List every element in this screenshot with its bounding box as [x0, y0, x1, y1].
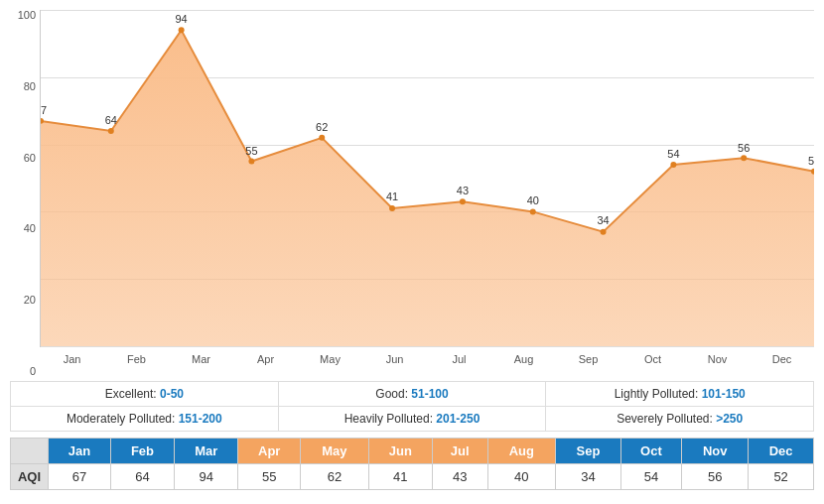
dp-label-oct: 54 [667, 148, 679, 160]
x-label-mar: Mar [169, 347, 233, 377]
val-mar: 94 [175, 464, 238, 490]
dp-label-feb: 64 [105, 114, 117, 126]
x-axis: Jan Feb Mar Apr May Jun Jul Aug Sep Oct … [40, 347, 814, 377]
dp-label-jun: 41 [386, 190, 398, 202]
x-label-aug: Aug [491, 347, 556, 377]
dp-label-dec: 52 [808, 155, 814, 167]
th-jan: Jan [49, 439, 111, 464]
chart-container: 100 80 60 40 20 0 [0, 0, 824, 490]
y-label-60: 60 [24, 153, 36, 164]
dot-apr [248, 159, 254, 165]
dp-label-apr: 55 [245, 145, 257, 157]
legend-excellent: Excellent: 0-50 [11, 382, 279, 406]
x-label-may: May [298, 347, 362, 377]
th-jul: Jul [432, 439, 487, 464]
dot-nov [741, 155, 747, 161]
x-label-jun: Jun [362, 347, 427, 377]
chart-area: 100 80 60 40 20 0 [10, 10, 814, 377]
x-label-oct: Oct [620, 347, 685, 377]
dot-feb [108, 128, 114, 134]
legend-heavily: Heavily Polluted: 201-250 [279, 407, 547, 431]
x-label-apr: Apr [233, 347, 298, 377]
data-table: Jan Feb Mar Apr May Jun Jul Aug Sep Oct … [10, 438, 814, 490]
table-data-row: AQI 67 64 94 55 62 41 43 40 34 54 56 52 [11, 464, 814, 490]
dot-aug [530, 208, 536, 214]
y-axis: 100 80 60 40 20 0 [10, 10, 40, 377]
dp-label-may: 62 [316, 121, 328, 133]
legend-row-1: Excellent: 0-50 Good: 51-100 Lightly Pol… [11, 382, 813, 407]
th-nov: Nov [682, 439, 749, 464]
dot-may [319, 135, 325, 141]
val-may: 62 [301, 464, 369, 490]
th-aug: Aug [487, 439, 556, 464]
area-chart-svg: 67 64 94 55 62 41 43 40 34 54 56 52 [41, 10, 814, 346]
th-apr: Apr [238, 439, 301, 464]
y-label-40: 40 [24, 223, 36, 234]
legend-lightly: Lightly Polluted: 101-150 [546, 382, 813, 406]
legend-area: Excellent: 0-50 Good: 51-100 Lightly Pol… [10, 381, 814, 432]
val-apr: 55 [238, 464, 301, 490]
th-sep: Sep [556, 439, 621, 464]
x-label-sep: Sep [556, 347, 620, 377]
x-label-jul: Jul [427, 347, 491, 377]
val-dec: 52 [749, 464, 814, 490]
dp-label-jan: 67 [41, 104, 47, 116]
val-sep: 34 [556, 464, 621, 490]
x-label-jan: Jan [40, 347, 104, 377]
x-label-nov: Nov [685, 347, 750, 377]
table-header-row: Jan Feb Mar Apr May Jun Jul Aug Sep Oct … [11, 439, 814, 464]
th-feb: Feb [110, 439, 174, 464]
legend-severely: Severely Polluted: >250 [546, 407, 813, 431]
dot-jul [460, 198, 466, 204]
row-label-aqi: AQI [11, 464, 49, 490]
y-label-100: 100 [18, 10, 36, 21]
area-fill [41, 30, 814, 346]
th-dec: Dec [749, 439, 814, 464]
x-label-dec: Dec [750, 347, 814, 377]
th-oct: Oct [620, 439, 681, 464]
dp-label-aug: 40 [527, 194, 539, 206]
chart-inner: 67 64 94 55 62 41 43 40 34 54 56 52 [40, 10, 814, 347]
dot-sep [601, 229, 607, 235]
dp-label-mar: 94 [176, 13, 188, 25]
legend-moderately: Moderately Polluted: 151-200 [11, 407, 279, 431]
legend-good: Good: 51-100 [279, 382, 547, 406]
x-label-feb: Feb [104, 347, 169, 377]
val-feb: 64 [110, 464, 174, 490]
val-jun: 41 [368, 464, 432, 490]
dot-jun [389, 205, 395, 211]
legend-row-2: Moderately Polluted: 151-200 Heavily Pol… [11, 407, 813, 431]
th-may: May [301, 439, 369, 464]
dp-label-sep: 34 [597, 214, 609, 226]
y-label-0: 0 [30, 366, 36, 377]
dp-label-jul: 43 [457, 185, 469, 196]
val-jul: 43 [432, 464, 487, 490]
th-mar: Mar [175, 439, 238, 464]
val-oct: 54 [620, 464, 681, 490]
val-nov: 56 [682, 464, 749, 490]
val-aug: 40 [487, 464, 556, 490]
val-jan: 67 [49, 464, 111, 490]
dot-oct [670, 162, 676, 168]
th-jun: Jun [368, 439, 432, 464]
y-label-20: 20 [24, 295, 36, 306]
table-header-empty [11, 439, 49, 464]
dp-label-nov: 56 [738, 142, 750, 154]
y-label-80: 80 [24, 81, 36, 92]
dot-mar [179, 27, 185, 33]
